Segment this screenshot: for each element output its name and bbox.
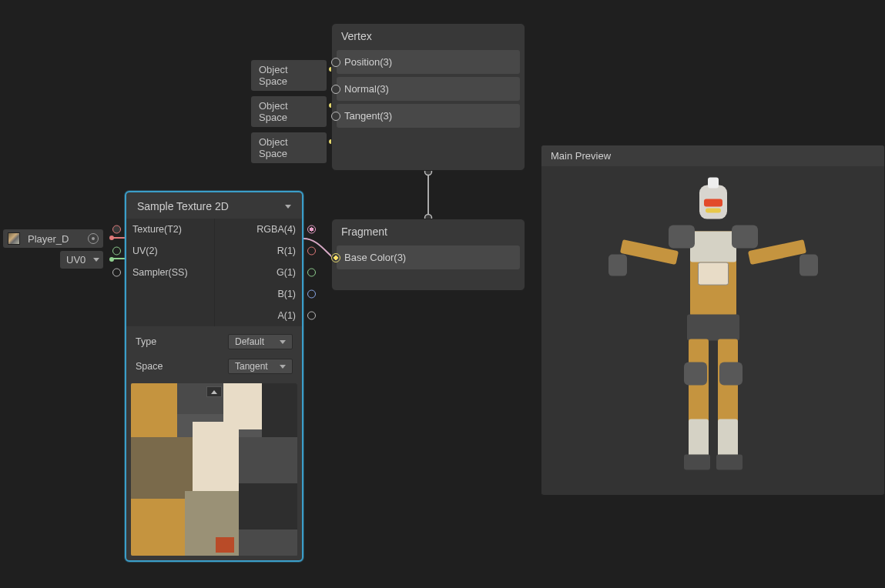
chevron-down-icon[interactable] [285, 205, 291, 209]
asset-thumb-icon [8, 232, 20, 245]
collapse-preview-icon[interactable] [206, 386, 222, 397]
main-preview-title: Main Preview [551, 150, 611, 162]
output-label: B(1) [277, 289, 296, 299]
vertex-tangent-slot[interactable]: Tangent(3) [337, 104, 520, 128]
port-out-r[interactable] [307, 247, 316, 256]
wire-stub [109, 257, 114, 262]
vertex-node[interactable]: Vertex Position(3) Normal(3) Tangent(3) [331, 23, 525, 171]
uv-value: UV0 [66, 254, 85, 266]
slot-label: Tangent(3) [344, 110, 392, 122]
vertex-normal-slot[interactable]: Normal(3) [337, 77, 520, 101]
main-preview-panel[interactable]: Main Preview [541, 145, 885, 496]
wire-stub [109, 236, 114, 240]
port-out-a[interactable] [307, 312, 316, 320]
shader-graph-canvas[interactable]: Object Space Object Space Object Space V… [0, 0, 885, 588]
main-preview-viewport[interactable] [541, 166, 884, 494]
output-r-row[interactable]: R(1) [215, 240, 303, 262]
fragment-title: Fragment [341, 226, 387, 238]
port-in[interactable] [331, 58, 340, 67]
output-a-row[interactable]: A(1) [215, 305, 303, 326]
input-sampler-row[interactable]: Sampler(SS) [126, 262, 214, 283]
slot-label: Position(3) [344, 56, 392, 68]
fragment-node-header: Fragment [332, 219, 525, 242]
texture-asset-pill[interactable]: Player_D [3, 229, 103, 248]
output-label: R(1) [277, 246, 296, 256]
spacer [126, 283, 214, 305]
sample-texture-header[interactable]: Sample Texture 2D [126, 192, 302, 219]
dropdown-caret-icon [280, 365, 286, 369]
pill-label: Object Space [259, 64, 319, 87]
slot-label: Base Color(3) [344, 252, 406, 263]
port-out-g[interactable] [307, 269, 316, 277]
output-rgba-row[interactable]: RGBA(4) [215, 219, 303, 240]
output-label: G(1) [277, 267, 296, 278]
prop-label: Space [136, 361, 163, 372]
dropdown-value: Default [235, 336, 264, 347]
dropdown-caret-icon [280, 340, 286, 344]
space-property-row: Space Tangent [126, 354, 302, 379]
output-label: RGBA(4) [256, 224, 296, 235]
asset-picker-icon[interactable] [88, 233, 99, 244]
pill-label: Object Space [259, 136, 319, 159]
spacer [126, 305, 214, 326]
fragment-basecolor-slot[interactable]: Base Color(3) [337, 246, 520, 269]
port-in[interactable] [331, 253, 340, 262]
port-in-texture[interactable] [112, 226, 121, 234]
port-out-b[interactable] [307, 290, 316, 299]
fragment-node[interactable]: Fragment Base Color(3) [331, 219, 525, 291]
port-in[interactable] [331, 85, 340, 94]
port-in[interactable] [331, 112, 340, 121]
asset-name: Player_D [28, 233, 83, 245]
port-out-rgba[interactable] [307, 226, 316, 234]
prop-label: Type [136, 336, 156, 347]
vertex-node-header: Vertex [332, 24, 525, 47]
space-dropdown[interactable]: Tangent [228, 359, 293, 374]
sample-texture-node[interactable]: Sample Texture 2D Texture(T2) UV(2) Samp… [125, 191, 303, 562]
tangent-space-pill[interactable]: Object Space [251, 132, 327, 163]
uv-selector-pill[interactable]: UV0 [60, 251, 103, 269]
input-texture-row[interactable]: Texture(T2) [126, 219, 214, 240]
input-uv-row[interactable]: UV(2) [126, 240, 214, 262]
slot-label: Normal(3) [344, 83, 389, 95]
port-in-uv[interactable] [112, 247, 121, 256]
pill-label: Object Space [259, 100, 319, 123]
input-label: Sampler(SS) [132, 267, 188, 278]
position-space-pill[interactable]: Object Space [251, 60, 327, 91]
type-property-row: Type Default [126, 329, 302, 354]
input-label: UV(2) [132, 246, 158, 256]
type-dropdown[interactable]: Default [228, 334, 293, 349]
vertex-title: Vertex [341, 30, 372, 42]
vertex-position-slot[interactable]: Position(3) [337, 50, 520, 74]
port-in-sampler[interactable] [112, 269, 121, 277]
normal-space-pill[interactable]: Object Space [251, 96, 327, 127]
dropdown-value: Tangent [235, 361, 268, 372]
input-label: Texture(T2) [132, 224, 182, 235]
dropdown-caret-icon [93, 258, 99, 262]
sample-texture-title: Sample Texture 2D [137, 200, 229, 212]
output-label: A(1) [277, 310, 296, 321]
output-g-row[interactable]: G(1) [215, 262, 303, 283]
output-b-row[interactable]: B(1) [215, 283, 303, 305]
node-texture-preview [131, 383, 297, 556]
